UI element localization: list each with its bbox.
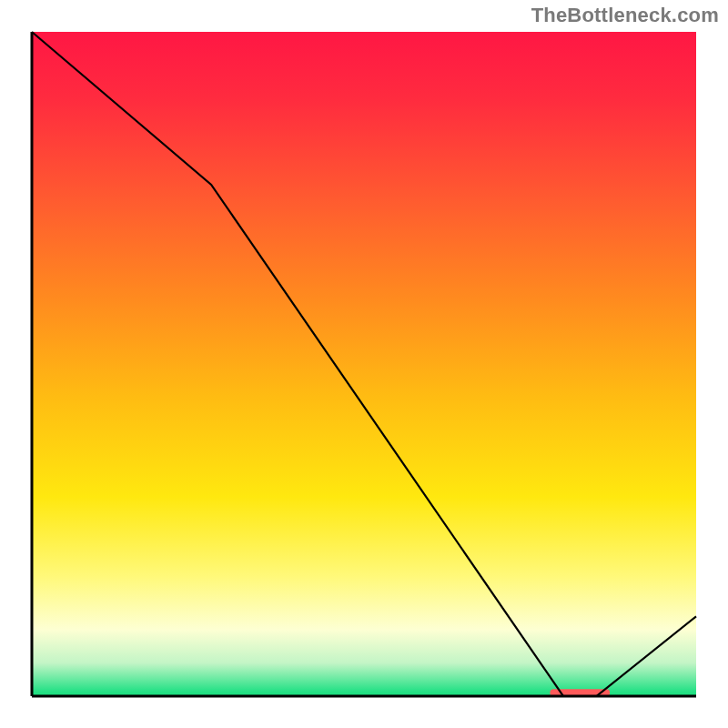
bottleneck-chart bbox=[27, 27, 701, 701]
chart-container: TheBottleneck.com bbox=[0, 0, 728, 728]
plot-background bbox=[32, 32, 696, 696]
attribution-text: TheBottleneck.com bbox=[531, 4, 719, 27]
